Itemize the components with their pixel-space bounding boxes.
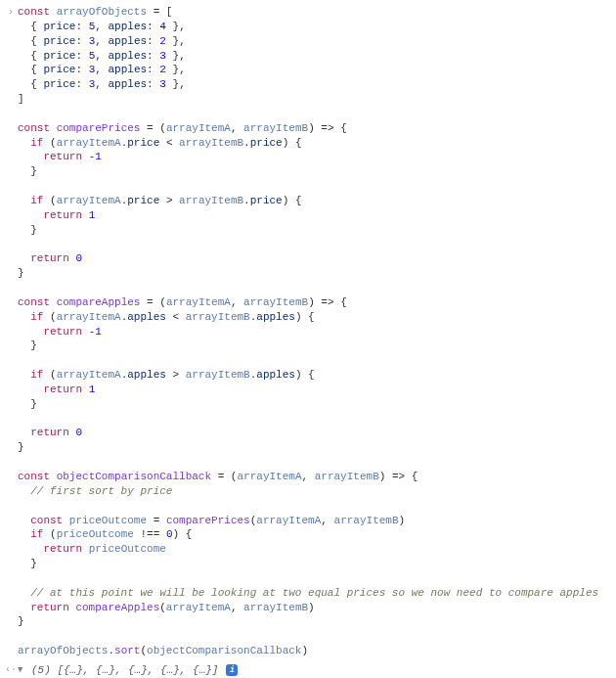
console-input-code[interactable]: const arrayOfObjects = [ { price: 5, app… (18, 5, 612, 658)
disclosure-triangle-down-icon[interactable]: ▼ (18, 664, 27, 676)
console-input-row: › const arrayOfObjects = [ { price: 5, a… (0, 4, 616, 659)
devtools-console: › const arrayOfObjects = [ { price: 5, a… (0, 0, 616, 678)
array-summary: (5) [{…}, {…}, {…}, {…}, {…}] (31, 663, 218, 678)
console-output: ▼ (5) [{…}, {…}, {…}, {…}, {…}] i ▶0: {p… (18, 662, 238, 678)
output-prompt-icon: ‹· (4, 662, 18, 677)
info-badge-icon[interactable]: i (226, 664, 238, 676)
array-summary-row[interactable]: ▼ (5) [{…}, {…}, {…}, {…}, {…}] i (18, 662, 238, 678)
console-output-row: ‹· ▼ (5) [{…}, {…}, {…}, {…}, {…}] i ▶0:… (0, 661, 616, 678)
input-prompt-icon: › (4, 5, 18, 20)
